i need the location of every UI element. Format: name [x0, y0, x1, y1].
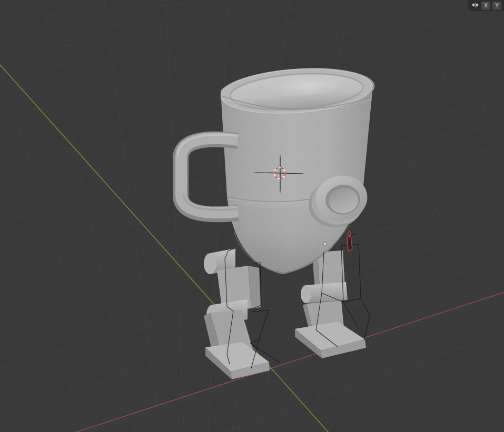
right-knee-cap [301, 285, 311, 303]
object-origin-point[interactable] [323, 242, 327, 245]
symmetry-butterfly-icon [471, 2, 479, 9]
viewport-header-fragment: X Y [468, 0, 504, 11]
mirror-y-button[interactable]: Y [492, 2, 501, 10]
mirror-x-button[interactable]: X [481, 2, 490, 10]
left-hip-cap [204, 253, 216, 274]
3d-viewport[interactable]: X Y [0, 0, 504, 432]
right-knee-cylinder [305, 282, 348, 303]
